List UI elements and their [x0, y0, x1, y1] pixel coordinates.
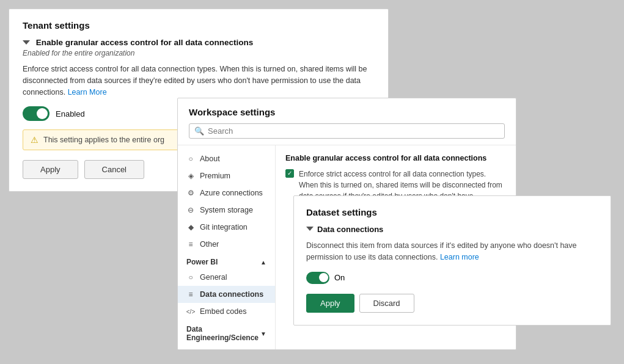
data-engineering-label: Data Engineering/Science: [186, 325, 260, 342]
dataset-toggle[interactable]: [306, 272, 329, 284]
general-label: General: [200, 273, 227, 282]
sidebar-item-premium[interactable]: ◈ Premium: [178, 167, 275, 184]
chevron-down-icon: ▼: [260, 330, 266, 337]
dataset-settings-panel: Dataset settings Data connections Discon…: [293, 195, 611, 326]
triangle-icon: [23, 40, 30, 45]
dataset-toggle-label: On: [334, 273, 345, 282]
tenant-enabled-toggle[interactable]: [23, 106, 50, 121]
sidebar-item-general[interactable]: ○ General: [178, 269, 275, 286]
workspace-heading: Workspace settings: [189, 107, 505, 117]
dataset-triangle-icon: [306, 227, 314, 231]
data-engineering-section[interactable]: Data Engineering/Science ▼: [178, 320, 275, 344]
embed-icon: </>: [186, 307, 195, 316]
data-connections-label: Data connections: [200, 290, 263, 299]
about-label: About: [200, 155, 220, 163]
power-bi-section[interactable]: Power BI ▲: [178, 253, 275, 269]
chevron-up-icon: ▲: [260, 259, 266, 266]
about-icon: ○: [186, 155, 195, 163]
search-icon: 🔍: [194, 126, 204, 136]
git-label: Git integration: [200, 223, 248, 231]
tenant-description: Enforce strict access control for all da…: [23, 64, 375, 98]
workspace-header: Workspace settings 🔍: [178, 98, 516, 145]
tenant-learn-more-link[interactable]: Learn More: [68, 88, 107, 96]
embed-codes-label: Embed codes: [200, 307, 246, 316]
sidebar-item-azure-connections[interactable]: ⚙ Azure connections: [178, 184, 275, 202]
sidebar-item-other[interactable]: ≡ Other: [178, 236, 275, 253]
tenant-heading: Tenant settings: [23, 20, 375, 31]
dataset-description: Disconnect this item from data sources i…: [306, 240, 598, 263]
tenant-apply-button[interactable]: Apply: [23, 160, 78, 179]
other-icon: ≡: [186, 240, 195, 249]
workspace-content-title: Enable granular access control for all d…: [285, 154, 506, 162]
workspace-search-input[interactable]: [208, 126, 499, 136]
tenant-warning-text: This setting applies to the entire org: [43, 136, 164, 144]
workspace-checkbox[interactable]: [285, 169, 294, 178]
warning-icon: ⚠: [31, 135, 39, 145]
dataset-heading: Dataset settings: [306, 207, 598, 217]
workspace-search-box[interactable]: 🔍: [189, 123, 505, 139]
tenant-section-subtitle: Enabled for the entire organization: [23, 49, 375, 57]
dataset-discard-button[interactable]: Discard: [359, 294, 414, 313]
tenant-section-title: Enable granular access control for all d…: [23, 38, 375, 47]
sidebar-item-system-storage[interactable]: ⊖ System storage: [178, 202, 275, 219]
dataset-apply-button[interactable]: Apply: [306, 294, 354, 313]
dataset-section-title: Data connections: [306, 225, 598, 234]
storage-label: System storage: [200, 206, 253, 214]
tenant-cancel-button[interactable]: Cancel: [84, 160, 144, 179]
power-bi-label: Power BI: [186, 258, 218, 266]
general-icon: ○: [186, 273, 195, 282]
tenant-toggle-label: Enabled: [56, 109, 85, 118]
dataset-btn-row: Apply Discard: [306, 294, 598, 313]
sidebar-item-embed-codes[interactable]: </> Embed codes: [178, 303, 275, 320]
premium-icon: ◈: [186, 172, 195, 180]
dataset-toggle-row: On: [306, 272, 598, 284]
data-connections-icon: ≡: [186, 290, 195, 299]
git-icon: ◆: [186, 223, 195, 231]
sidebar-item-git-integration[interactable]: ◆ Git integration: [178, 219, 275, 236]
sidebar-item-data-connections[interactable]: ≡ Data connections: [178, 286, 275, 303]
premium-label: Premium: [200, 172, 230, 180]
sidebar-item-about[interactable]: ○ About: [178, 150, 275, 167]
workspace-nav: ○ About ◈ Premium ⚙ Azure connections ⊖ …: [178, 145, 276, 349]
dataset-learn-more-link[interactable]: Learn more: [440, 253, 479, 261]
other-label: Other: [200, 240, 219, 249]
azure-label: Azure connections: [200, 189, 263, 197]
storage-icon: ⊖: [186, 206, 195, 214]
azure-icon: ⚙: [186, 189, 195, 197]
